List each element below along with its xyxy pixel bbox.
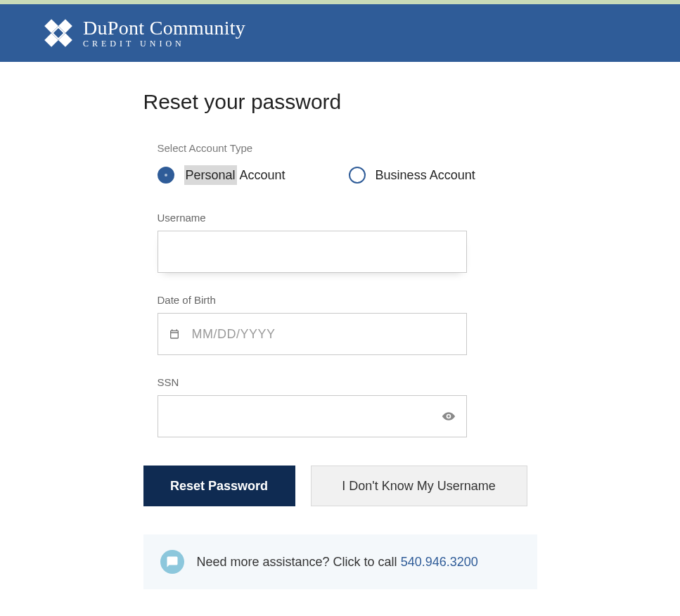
brand-line1: DuPont Community [83,18,245,38]
radio-unselected-icon [349,167,366,184]
ssn-input[interactable] [158,395,467,437]
assistance-phone-link[interactable]: 540.946.3200 [401,555,478,569]
radio-personal-account[interactable]: Personal Account [158,167,286,184]
logo-text: DuPont Community CREDIT UNION [83,18,245,48]
header: DuPont Community CREDIT UNION [0,4,680,62]
username-input[interactable] [158,231,467,273]
username-label: Username [158,212,467,224]
brand-line2: CREDIT UNION [83,39,245,48]
logo-icon [37,12,79,53]
calendar-icon [169,328,180,340]
assistance-text: Need more assistance? Click to call 540.… [197,555,478,570]
chat-icon [160,550,184,574]
page-title: Reset your password [143,90,537,114]
assistance-bar: Need more assistance? Click to call 540.… [143,534,537,589]
radio-selected-icon [158,167,174,184]
ssn-label: SSN [158,376,467,388]
radio-business-label: Business Account [376,168,475,183]
radio-personal-label: Personal Account [184,168,286,183]
dob-input[interactable] [158,313,467,355]
eye-icon[interactable] [442,409,456,423]
radio-business-account[interactable]: Business Account [349,167,475,184]
dob-label: Date of Birth [158,294,467,306]
brand-logo: DuPont Community CREDIT UNION [44,18,245,48]
account-type-label: Select Account Type [158,142,523,154]
unknown-username-button[interactable]: I Don't Know My Username [311,466,527,506]
reset-password-button[interactable]: Reset Password [143,466,295,506]
account-type-radios: Personal Account Business Account [158,167,523,184]
